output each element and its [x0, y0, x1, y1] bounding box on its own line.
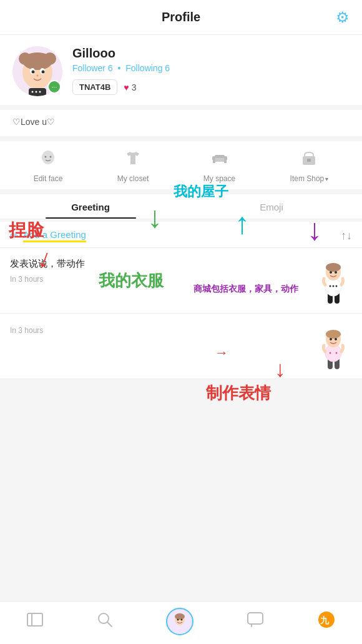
svg-point-12 [36, 91, 37, 93]
svg-rect-24 [307, 159, 311, 162]
svg-point-33 [326, 263, 341, 272]
post-avatar-2 [315, 322, 352, 372]
svg-point-30 [335, 285, 337, 287]
svg-rect-46 [27, 613, 42, 626]
chat-icon [247, 612, 264, 632]
edit-face-label: Edit face [34, 174, 63, 183]
svg-rect-55 [248, 613, 263, 624]
my-space-label: My space [203, 174, 235, 183]
icons-row: Edit face My closet My space [0, 141, 362, 189]
svg-point-29 [332, 285, 334, 287]
svg-point-11 [32, 91, 34, 93]
bio-section: ♡Love u♡ [0, 110, 362, 136]
tab-emoji[interactable]: Emoji [181, 194, 362, 219]
badges-row: TNAT4B ♥ 3 [72, 79, 350, 95]
svg-point-54 [180, 619, 182, 621]
my-closet-button[interactable]: My closet [117, 149, 149, 183]
svg-point-9 [37, 75, 39, 77]
heart-icon: ♥ [124, 82, 129, 92]
nav-jiuyou[interactable]: 九 [317, 610, 336, 633]
page-title: Profile [162, 10, 200, 24]
svg-rect-10 [29, 88, 46, 96]
my-space-button[interactable]: My space [203, 149, 235, 183]
heart-count: 3 [132, 82, 137, 92]
nav-book[interactable] [26, 612, 44, 631]
nav-chat[interactable] [247, 612, 264, 632]
post-avatar-1 [315, 257, 352, 307]
svg-point-13 [39, 91, 41, 93]
post-time-2: In 3 hours [10, 326, 307, 335]
pencil-icon: ✏ [10, 230, 18, 242]
post-content-2: In 3 hours [10, 322, 307, 372]
nav-search[interactable] [97, 612, 113, 632]
add-greeting-label: Add a Greeting [23, 229, 86, 242]
following-label[interactable]: Following [125, 63, 162, 73]
online-badge: ··· [47, 80, 61, 94]
svg-point-8 [42, 71, 45, 74]
post-content-1: 发表说说，带动作 In 3 hours [10, 257, 307, 307]
greeting-bar: ✏ Add a Greeting ↑↓ [0, 222, 362, 248]
svg-point-34 [330, 271, 332, 274]
sort-icon[interactable]: ↑↓ [341, 229, 352, 242]
svg-text:九: 九 [320, 615, 330, 625]
post-item-2: In 3 hours [0, 314, 362, 379]
svg-point-15 [45, 156, 47, 158]
item-shop-label: Item Shop [290, 174, 325, 183]
svg-point-14 [42, 151, 54, 164]
nav-avatar[interactable] [166, 608, 193, 635]
profile-section: ··· Gillooo Follower 6 • Following 6 TNA… [0, 35, 362, 105]
message-icon: ··· [52, 84, 57, 91]
follower-label[interactable]: Follower [72, 63, 105, 73]
my-closet-label: My closet [117, 174, 149, 183]
tab-greeting[interactable]: Greeting [0, 194, 181, 219]
post-text-1: 发表说说，带动作 [10, 257, 307, 271]
svg-point-45 [335, 338, 337, 340]
book-icon [26, 612, 44, 631]
svg-point-7 [32, 71, 35, 74]
following-count: 6 [165, 63, 170, 73]
item-shop-label-row: Item Shop ▾ [290, 174, 329, 183]
svg-point-16 [50, 156, 52, 158]
svg-point-35 [335, 271, 337, 274]
svg-point-39 [329, 352, 331, 354]
dot: • [117, 63, 120, 73]
bottom-nav: 九 [0, 601, 362, 644]
svg-rect-18 [215, 155, 225, 158]
post-item-1: 发表说说，带动作 In 3 hours [0, 248, 362, 314]
post-time-1: In 3 hours [10, 275, 307, 284]
avatar-wrap[interactable]: ··· [12, 46, 62, 96]
profile-info: Gillooo Follower 6 • Following 6 TNAT4B … [72, 46, 350, 95]
badge-tag[interactable]: TNAT4B [72, 79, 117, 95]
sofa-icon [210, 149, 229, 172]
svg-rect-22 [224, 156, 227, 161]
edit-face-button[interactable]: Edit face [34, 149, 63, 183]
svg-point-44 [330, 338, 332, 340]
nav-avatar-circle [166, 608, 193, 635]
shop-icon [300, 149, 318, 172]
svg-point-53 [177, 619, 179, 621]
username: Gillooo [72, 46, 350, 61]
svg-line-49 [107, 622, 112, 627]
svg-point-28 [329, 285, 331, 287]
jiuyou-icon: 九 [317, 610, 336, 633]
svg-point-4 [22, 52, 52, 70]
svg-rect-21 [212, 156, 215, 161]
heart-badge: ♥ 3 [124, 82, 136, 92]
item-shop-button[interactable]: Item Shop ▾ [290, 149, 329, 183]
follow-stats: Follower 6 • Following 6 [72, 63, 350, 73]
follower-count: 6 [108, 63, 113, 73]
svg-point-43 [326, 330, 341, 339]
annotation-zhizuo: 制作表情 [206, 382, 271, 404]
dropdown-icon: ▾ [325, 176, 328, 182]
header: Profile ⚙ [0, 0, 362, 35]
settings-icon[interactable]: ⚙ [336, 9, 350, 26]
svg-point-27 [325, 279, 341, 296]
bio-text: ♡Love u♡ [12, 117, 55, 127]
svg-point-40 [335, 352, 337, 354]
tabs-row: Greeting Emoji [0, 194, 362, 219]
search-icon [97, 612, 113, 632]
svg-point-52 [175, 613, 185, 620]
add-greeting-button[interactable]: ✏ Add a Greeting [10, 229, 86, 242]
shirt-icon [124, 149, 142, 172]
feed-section: ✏ Add a Greeting ↑↓ 发表说说，带动作 In 3 hours [0, 222, 362, 379]
